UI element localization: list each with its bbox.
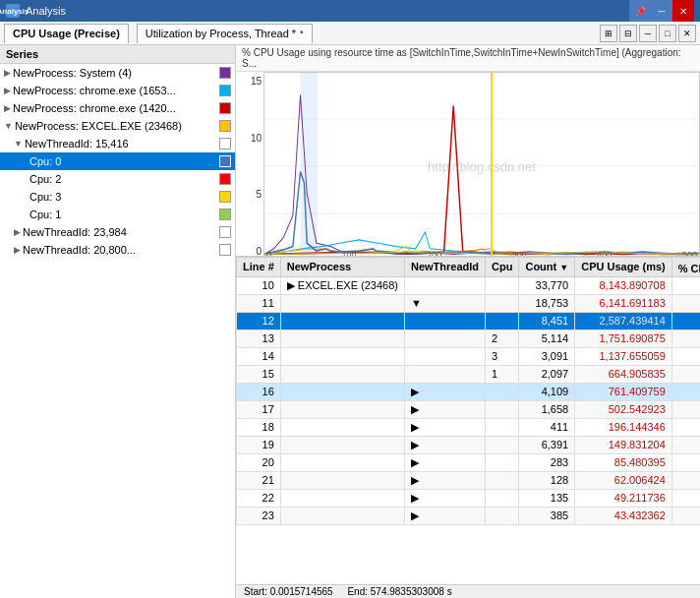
expand-icon: ▶	[14, 245, 21, 255]
expand-icon: ▼	[4, 121, 13, 131]
data-table-area[interactable]: Line # NewProcess NewThreadId Cpu Count …	[236, 257, 700, 584]
sidebar: Series ▶ NewProcess: System (4) ▶ NewPro…	[0, 45, 236, 598]
close-button[interactable]: ✕	[672, 0, 694, 22]
toolbar: CPU Usage (Precise) Utilization by Proce…	[0, 22, 700, 45]
table-row[interactable]: 23▶38543.4323620.00	[237, 507, 701, 524]
view-icon-1[interactable]: ⊞	[600, 25, 617, 42]
cell-line: 14	[237, 347, 281, 365]
sidebar-item-thread23984[interactable]: ▶ NewThreadId: 23,984	[0, 223, 235, 241]
table-row[interactable]: 128,4512,587.4394140.11	[237, 312, 701, 329]
sidebar-item-thread15416[interactable]: ▼ NewThreadId: 15,416	[0, 135, 235, 152]
sidebar-item-excel[interactable]: ▼ NewProcess: EXCEL.EXE (23468)	[0, 117, 235, 135]
cell-process	[280, 365, 404, 383]
expand-icon: ▶	[4, 103, 11, 113]
cell-thread: ▶	[404, 471, 485, 489]
cell-thread: ▶	[404, 400, 485, 418]
series-color	[219, 173, 231, 185]
col-cpu-ms[interactable]: CPU Usage (ms)	[575, 258, 672, 277]
table-row[interactable]: 1325,1141,751.6908750.08	[237, 329, 701, 347]
chart-svg	[264, 73, 699, 257]
minimize-panel[interactable]: ─	[639, 25, 657, 42]
cell-process: ▶ EXCEL.EXE (23468)	[280, 276, 404, 294]
window-controls: 📌 ─ ✕	[629, 0, 694, 22]
table-row[interactable]: 22▶13549.2117360.00	[237, 489, 701, 507]
sidebar-item-chrome2[interactable]: ▶ NewProcess: chrome.exe (1420...	[0, 99, 235, 117]
minimize-button[interactable]: ─	[651, 0, 672, 22]
series-color	[219, 102, 231, 114]
cell-cpu-ms: 196.144346	[575, 418, 672, 436]
sidebar-item-system[interactable]: ▶ NewProcess: System (4)	[0, 64, 235, 82]
tab-cpu-usage[interactable]: CPU Usage (Precise)	[4, 24, 129, 43]
expand-icon: ▶	[4, 86, 11, 95]
table-row[interactable]: 20▶28385.4803950.00	[237, 453, 701, 471]
col-line[interactable]: Line #	[237, 258, 281, 277]
sidebar-item-chrome1[interactable]: ▶ NewProcess: chrome.exe (1653...	[0, 82, 235, 99]
cell-thread: ▼	[404, 294, 485, 312]
series-color	[219, 138, 231, 150]
cell-process	[280, 453, 404, 471]
footer-start: Start: 0.0015714565 End: 574.9835303008 …	[244, 586, 692, 597]
cell-cpu-ms: 49.211736	[575, 489, 672, 507]
cell-line: 20	[237, 453, 281, 471]
table-row[interactable]: 1512,097664.9058350.03	[237, 365, 701, 383]
sidebar-item-cpu3[interactable]: Cpu: 3	[0, 188, 235, 206]
col-cpu[interactable]: Cpu	[486, 258, 519, 277]
cell-count: 283	[519, 453, 575, 471]
cell-cpu-ms: 1,751.690875	[575, 329, 672, 347]
cell-pct: 0.03	[671, 365, 700, 383]
sidebar-item-cpu0[interactable]: Cpu: 0	[0, 152, 235, 170]
table-row[interactable]: 16▶4,109761.4097590.03	[237, 383, 701, 400]
col-process[interactable]: NewProcess	[280, 258, 404, 277]
close-panel[interactable]: ✕	[678, 25, 696, 42]
cell-count: 33,770	[519, 276, 575, 294]
cell-process	[280, 507, 404, 524]
table-row[interactable]: 21▶12862.0064240.00	[237, 471, 701, 489]
cell-cpu	[486, 400, 519, 418]
table-row[interactable]: 18▶411196.1443460.01	[237, 418, 701, 436]
cell-thread	[404, 365, 485, 383]
cell-thread: ▶	[404, 383, 485, 400]
cell-cpu	[486, 453, 519, 471]
col-pct[interactable]: % CPU Usage Sum	[671, 258, 700, 277]
cell-count: 1,658	[519, 400, 575, 418]
cell-thread: ▶	[404, 489, 485, 507]
cell-thread	[404, 312, 485, 329]
series-color	[219, 191, 231, 203]
table-row[interactable]: 10▶ EXCEL.EXE (23468)33,7708,143.8907080…	[237, 276, 701, 294]
expand-icon: ▼	[14, 139, 23, 149]
cell-cpu	[486, 471, 519, 489]
sidebar-item-thread20800[interactable]: ▶ NewThreadId: 20,800...	[0, 241, 235, 259]
table-row[interactable]: 11▼18,7536,141.6911830.27	[237, 294, 701, 312]
table-row[interactable]: 19▶6,391149.8312040.01	[237, 436, 701, 453]
sidebar-item-cpu2[interactable]: Cpu: 2	[0, 170, 235, 188]
cell-pct: 0.00	[671, 507, 700, 524]
sidebar-item-cpu1[interactable]: Cpu: 1	[0, 206, 235, 223]
main-container: Series ▶ NewProcess: System (4) ▶ NewPro…	[0, 45, 700, 598]
chart-title: % CPU Usage using resource time as [Swit…	[236, 45, 700, 72]
y-axis: 15 10 5 0	[236, 72, 263, 257]
cell-count: 18,753	[519, 294, 575, 312]
series-color	[219, 155, 231, 167]
table-row[interactable]: 17▶1,658502.5429230.02	[237, 400, 701, 418]
cell-cpu-ms: 2,587.439414	[575, 312, 672, 329]
cell-thread: ▶	[404, 436, 485, 453]
tab-utilization[interactable]: Utilization by Process, Thread * *	[137, 24, 313, 43]
sidebar-header: Series	[0, 45, 235, 64]
table-row[interactable]: 1433,0911,137.6550590.05	[237, 347, 701, 365]
cell-cpu	[486, 507, 519, 524]
cell-process	[280, 489, 404, 507]
cell-pct: 0.00	[671, 489, 700, 507]
pin-button[interactable]: 📌	[629, 0, 651, 22]
maximize-panel[interactable]: □	[659, 25, 676, 42]
chart-plot[interactable]: 0 100 200 300 400 500 http://blog.csdn.n…	[263, 72, 700, 257]
time-cursor	[491, 73, 493, 257]
view-icon-2[interactable]: ⊟	[619, 25, 637, 42]
cell-process	[280, 471, 404, 489]
cell-cpu	[486, 383, 519, 400]
col-count[interactable]: Count ▼	[519, 258, 575, 277]
cell-count: 128	[519, 471, 575, 489]
cell-line: 18	[237, 418, 281, 436]
col-thread[interactable]: NewThreadId	[404, 258, 485, 277]
cell-process	[280, 436, 404, 453]
cell-cpu-ms: 62.006424	[575, 471, 672, 489]
